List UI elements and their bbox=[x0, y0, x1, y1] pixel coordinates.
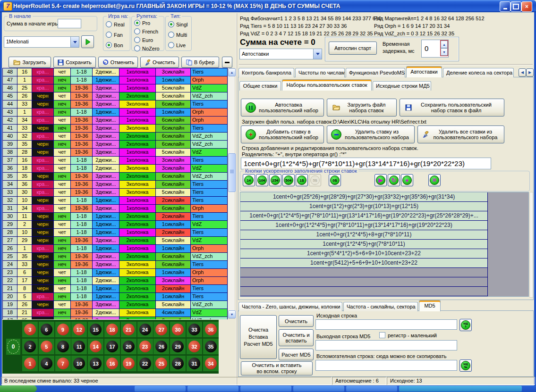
autospin-button[interactable]: Автоспин старт bbox=[329, 42, 377, 55]
taskbar-tray[interactable] bbox=[399, 386, 522, 392]
delete-all-bets-button[interactable]: Удалить все ставки из пользовательского … bbox=[417, 125, 504, 143]
board-zero-cell[interactable]: 0 bbox=[6, 339, 20, 355]
board-cell-15[interactable]: 15 bbox=[88, 322, 103, 337]
board-cell-11[interactable]: 11 bbox=[71, 339, 87, 354]
bet-string-row[interactable]: 1cent+gr(1*2)+gr(2*3)+gr(10*13)+gr(12*15… bbox=[240, 202, 488, 211]
tab-Общие ставки[interactable]: Общие ставки bbox=[239, 81, 281, 91]
table-row[interactable]: 3011черннеч1-181дюжи...2колонка2сиклайнT… bbox=[3, 213, 228, 221]
bet-empty-row[interactable] bbox=[240, 268, 488, 277]
table-row[interactable]: 4433черннеч19-363дюжи...3колонка6сиклайн… bbox=[3, 100, 228, 108]
coin-button-25¢[interactable]: 25¢ bbox=[269, 174, 281, 186]
board-cell-30[interactable]: 30 bbox=[170, 322, 186, 337]
tab-Частота - сиклайны, сектора[interactable]: Частота - сиклайны, сектора bbox=[343, 302, 418, 311]
board-cell-3[interactable]: 3 bbox=[22, 322, 38, 337]
quick-play-button[interactable]: ▶ bbox=[374, 174, 387, 186]
board-cell-6[interactable]: 6 bbox=[39, 322, 54, 337]
board-cell-29[interactable]: 29 bbox=[170, 339, 186, 354]
table-row[interactable]: 236чернчет1-181дюжи...3колонка1сиклайнOr… bbox=[3, 269, 228, 277]
board-cell-4[interactable]: 4 bbox=[39, 356, 54, 371]
radio-bullet-icon[interactable] bbox=[134, 37, 140, 43]
quick-repeat-button[interactable]: ↻ bbox=[388, 174, 400, 186]
radio-bullet-icon[interactable] bbox=[134, 45, 140, 51]
radio-bullet-icon[interactable] bbox=[134, 20, 140, 26]
table-row[interactable]: 4234кра...чет19-363дюжи...1колонка6сикла… bbox=[3, 117, 228, 125]
table-row[interactable]: 3134кра...чет19-363дюжи...1колонка6сикла… bbox=[3, 205, 228, 213]
table-row[interactable]: 205кра...неч1-181дюжи...2колонка1сиклайн… bbox=[3, 293, 228, 301]
md5-calc-button[interactable]: Расчет MD5 bbox=[279, 349, 314, 360]
tabs-scroll-left-button[interactable]: ◀ bbox=[519, 68, 526, 77]
maximize-button[interactable] bbox=[510, 1, 521, 12]
start-button[interactable] bbox=[0, 385, 37, 392]
bet-empty-row[interactable] bbox=[240, 277, 488, 287]
taskbar[interactable] bbox=[0, 385, 536, 392]
board-cell-17[interactable]: 17 bbox=[104, 339, 120, 354]
radio-bullet-icon[interactable] bbox=[106, 42, 112, 48]
run-preset-button[interactable] bbox=[81, 35, 94, 48]
autobet-set-button[interactable]: Автоставка пользовательский набор bbox=[241, 99, 324, 117]
bet-string-row[interactable]: 1cent+gr(1*2*4*5)+gr(7*8*10*11) bbox=[240, 240, 488, 249]
radio-bullet-icon[interactable] bbox=[106, 32, 112, 38]
table-row[interactable]: 2535черннеч19-363дюжи...2колонка6сиклайн… bbox=[3, 253, 228, 261]
table-row[interactable]: 4032кра...чет19-363дюжи...2колонка6сикла… bbox=[3, 133, 228, 141]
table-row[interactable]: 1926чернчет19-363дюжи...2колонка5сиклайн… bbox=[3, 301, 228, 309]
taskbar-button[interactable] bbox=[240, 386, 291, 392]
board-cell-8[interactable]: 8 bbox=[55, 339, 71, 354]
board-cell-21[interactable]: 21 bbox=[121, 322, 136, 337]
board-cell-22[interactable]: 22 bbox=[137, 356, 153, 371]
table-row[interactable]: 3935черннеч19-363дюжи...2колонка6сиклайн… bbox=[3, 141, 228, 149]
tabs-scroll-right-button[interactable]: ▶ bbox=[526, 68, 534, 77]
board-cell-10[interactable]: 10 bbox=[71, 356, 87, 371]
board-cell-32[interactable]: 32 bbox=[187, 339, 202, 354]
board-cell-36[interactable]: 36 bbox=[203, 322, 219, 337]
tab-Наборы пользовательских ставок[interactable]: Наборы пользовательских ставок bbox=[282, 79, 372, 91]
table-row[interactable]: 2810чернчет1-181дюжи...1колонка2сиклайнT… bbox=[3, 229, 228, 237]
table-row[interactable]: 3716кра...чет1-182дюжи...1колонка3сиклай… bbox=[3, 157, 228, 165]
md5-aux-calc-button[interactable]: МД5▸ bbox=[459, 359, 472, 372]
undo-button[interactable]: Отменить bbox=[98, 57, 138, 68]
autobets-combobox-button[interactable] bbox=[313, 49, 322, 59]
load-button[interactable]: Загрузить bbox=[9, 57, 51, 68]
board-cell-28[interactable]: 28 bbox=[170, 356, 186, 371]
bet-string-row[interactable]: 1cent+0+gr(1*2*4*5)+gr(7*8*10*11)+gr(13*… bbox=[240, 211, 488, 221]
board-cell-26[interactable]: 26 bbox=[153, 339, 169, 354]
board-cell-34[interactable]: 34 bbox=[203, 356, 219, 371]
scroll-down-icon[interactable]: ▼ bbox=[228, 310, 236, 318]
table-row[interactable]: 1821кра...неч19-362дюжи...3колонка4сикла… bbox=[3, 309, 228, 317]
bet-empty-row[interactable] bbox=[240, 287, 488, 296]
coin-button-1¢[interactable]: 1¢ bbox=[243, 174, 255, 186]
board-cell-18[interactable]: 18 bbox=[104, 322, 120, 337]
clear-button[interactable]: Очистить bbox=[140, 57, 179, 68]
board-cell-19[interactable]: 19 bbox=[121, 356, 136, 371]
table-row[interactable]: 4526чернчет19-363дюжи...2колонка5сиклайн… bbox=[3, 92, 228, 100]
tab-Деление колеса на сектора[interactable]: Деление колеса на сектора bbox=[443, 68, 514, 77]
collapse-button[interactable] bbox=[222, 57, 232, 68]
table-row[interactable]: 4816кра...чет1-182дюжи...1колонка3сиклай… bbox=[3, 68, 228, 76]
autobets-combobox[interactable]: Автоставки bbox=[239, 49, 322, 59]
board-cell-16[interactable]: 16 bbox=[104, 356, 120, 371]
minimize-button[interactable] bbox=[500, 1, 510, 12]
coin-button-50¢[interactable]: 50¢ bbox=[282, 174, 295, 186]
md5-clear-paste-button[interactable]: Очистить и вставить bbox=[279, 329, 314, 346]
board-cell-35[interactable]: 35 bbox=[203, 339, 219, 354]
radio-Real[interactable]: Real bbox=[106, 21, 130, 27]
table-row[interactable]: 471кра...неч1-181дюжи...1колонка1сиклайн… bbox=[3, 76, 228, 84]
table-row[interactable]: 1735черннеч19-363дюжи...2колонка6сиклайн… bbox=[3, 317, 228, 319]
tab-MD5[interactable]: MD5 bbox=[419, 300, 441, 311]
quick-scatter-button[interactable]: ✕ bbox=[428, 174, 441, 186]
radio-bullet-icon[interactable] bbox=[168, 42, 174, 48]
add-bet-button[interactable]: + Добавить ставку в пользовательский наб… bbox=[241, 125, 324, 143]
radio-Live[interactable]: Live bbox=[168, 42, 191, 48]
scrollbar-thumb[interactable] bbox=[228, 153, 236, 192]
board-cell-2[interactable]: 2 bbox=[22, 339, 38, 354]
table-row[interactable]: 3330кра...чет19-363дюжи...3колонка5сикла… bbox=[3, 189, 228, 197]
md5-aux-input[interactable] bbox=[315, 360, 457, 371]
taskbar-button[interactable] bbox=[293, 386, 344, 392]
table-row[interactable]: 3828чернчет19-363дюжи...1колонка5сиклайн… bbox=[3, 149, 228, 157]
preset-combobox-button[interactable] bbox=[70, 37, 79, 47]
board-cell-12[interactable]: 12 bbox=[71, 322, 87, 337]
radio-Bon[interactable]: Bon bbox=[106, 42, 130, 48]
md5-source-calc-button[interactable]: МД5 bbox=[459, 319, 472, 331]
bet-string-row[interactable]: 1cent+0+gr(1*2*4*5)+gr(7*8*10*11)+gr(13*… bbox=[240, 221, 488, 230]
tab-Частота - Zero, шансы, дюжины, колонки[interactable]: Частота - Zero, шансы, дюжины, колонки bbox=[238, 302, 342, 311]
load-set-file-button[interactable]: Загрузить файл набора ставок bbox=[327, 99, 397, 117]
